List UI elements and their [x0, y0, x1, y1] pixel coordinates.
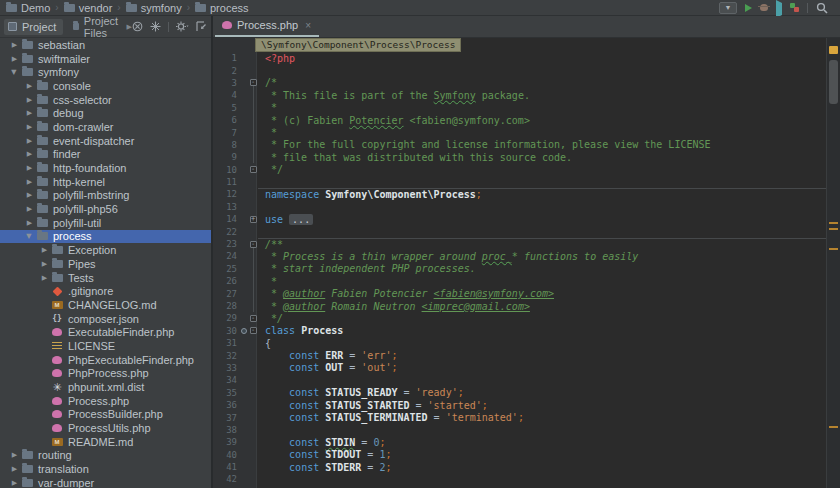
php-file-icon	[51, 396, 63, 406]
tree-item[interactable]: ▶Exception	[0, 243, 211, 257]
locate-button[interactable]	[150, 21, 161, 32]
warning-stripe-mark[interactable]	[829, 228, 838, 230]
tree-item[interactable]: ▶translation	[0, 462, 211, 476]
tree-item[interactable]: ▶http-foundation	[0, 161, 211, 175]
code-text: *	[258, 127, 277, 138]
warning-stripe-mark[interactable]	[829, 426, 838, 428]
collapse-arrow-icon[interactable]: ▶	[10, 68, 18, 77]
warning-stripe-mark[interactable]	[829, 248, 838, 250]
collapse-all-button[interactable]	[132, 21, 143, 32]
expand-arrow-icon[interactable]: ▶	[25, 164, 34, 172]
hide-button[interactable]	[196, 21, 207, 32]
close-icon[interactable]: ×	[305, 20, 311, 31]
window-list-dropdown[interactable]: ▼	[719, 1, 737, 15]
run-button[interactable]	[745, 1, 752, 15]
tree-item[interactable]: ▶finder	[0, 148, 211, 162]
tree-item[interactable]: ▶polyfill-mbstring	[0, 189, 211, 203]
tree-item[interactable]: ▶var-dumper	[0, 476, 211, 488]
tab-project[interactable]: Project	[4, 19, 63, 35]
breadcrumb-item[interactable]: Demo	[6, 2, 50, 14]
breadcrumb-item[interactable]: vendor	[64, 2, 113, 14]
expand-arrow-icon[interactable]: ▶	[25, 150, 34, 158]
profiler-button[interactable]	[790, 1, 799, 15]
search-button[interactable]	[816, 1, 828, 15]
settings-button[interactable]	[176, 21, 189, 32]
expand-arrow-icon[interactable]: ▶	[25, 82, 34, 90]
debug-button[interactable]	[760, 1, 768, 15]
expand-arrow-icon[interactable]: ▶	[40, 246, 49, 254]
fold-collapse-icon[interactable]: -	[248, 79, 258, 86]
expand-arrow-icon[interactable]: ▶	[25, 205, 34, 213]
inspection-indicator[interactable]	[829, 46, 838, 54]
tree-item[interactable]: ▶symfony	[0, 65, 211, 79]
expand-arrow-icon[interactable]: ▶	[40, 260, 49, 268]
expand-arrow-icon[interactable]: ▶	[25, 123, 34, 131]
tab-project-files[interactable]: Project Files ▶	[73, 15, 132, 39]
scrollbar-thumb[interactable]	[829, 60, 838, 104]
tree-item[interactable]: ▶polyfill-php56	[0, 202, 211, 216]
tree-item[interactable]: ▶Process.php	[0, 394, 211, 408]
fold-collapse-icon[interactable]: -	[248, 166, 258, 173]
tree-item[interactable]: ▶swiftmailer	[0, 52, 211, 66]
tree-item[interactable]: ▶ProcessBuilder.php	[0, 408, 211, 422]
code-text: const STDERR = 2;	[258, 462, 391, 473]
tree-item[interactable]: ▶PhpExecutableFinder.php	[0, 353, 211, 367]
tree-item[interactable]: ▶PhpProcess.php	[0, 367, 211, 381]
expand-arrow-icon[interactable]: ▶	[10, 479, 19, 487]
tree-item-label: PhpProcess.php	[68, 367, 149, 379]
tree-item-label: sebastian	[38, 39, 85, 51]
tree-item-label: ExecutableFinder.php	[68, 326, 174, 338]
tree-item[interactable]: ▶{}composer.json	[0, 312, 211, 326]
project-icon	[8, 22, 17, 31]
folded-code-placeholder[interactable]: ...	[289, 214, 313, 225]
expand-arrow-icon[interactable]: ▶	[25, 109, 34, 117]
tree-item[interactable]: ▶dom-crawler	[0, 120, 211, 134]
tab-process-php[interactable]: Process.php ×	[215, 15, 319, 37]
expand-arrow-icon[interactable]: ▶	[10, 41, 19, 49]
tree-item[interactable]: ▶Tests	[0, 271, 211, 285]
code-line: 3-/*	[213, 77, 826, 89]
breadcrumb-item[interactable]: process	[195, 2, 249, 14]
tree-item[interactable]: ▶polyfill-util	[0, 216, 211, 230]
tree-item[interactable]: ▶Pipes	[0, 257, 211, 271]
tree-item[interactable]: ▶MREADME.md	[0, 435, 211, 449]
tree-item[interactable]: ▶debug	[0, 106, 211, 120]
tree-item[interactable]: ▶event-dispatcher	[0, 134, 211, 148]
expand-arrow-icon[interactable]: ▶	[10, 55, 19, 63]
expand-arrow-icon[interactable]: ▶	[10, 465, 19, 473]
class-gutter-icon[interactable]	[239, 328, 248, 334]
folder-icon	[51, 259, 63, 269]
warning-stripe-mark[interactable]	[829, 222, 838, 224]
expand-arrow-icon[interactable]: ▶	[25, 137, 34, 145]
expand-arrow-icon[interactable]: ▶	[25, 191, 34, 199]
fold-collapse-icon[interactable]: -	[248, 327, 258, 334]
fold-expand-icon[interactable]: +	[248, 216, 258, 223]
expand-arrow-icon[interactable]: ▶	[40, 274, 49, 282]
tree-item[interactable]: ▶http-kernel	[0, 175, 211, 189]
expand-arrow-icon[interactable]: ▶	[10, 451, 19, 459]
tree-item[interactable]: ▶MCHANGELOG.md	[0, 298, 211, 312]
code-line: 4 * This file is part of the Symfony pac…	[213, 89, 826, 101]
tree-item[interactable]: ▶console	[0, 79, 211, 93]
tree-item[interactable]: ▶.gitignore	[0, 284, 211, 298]
fold-collapse-icon[interactable]: -	[248, 315, 258, 322]
php-file-icon	[51, 327, 63, 337]
tree-item-label: console	[53, 80, 91, 92]
breadcrumb-item[interactable]: symfony	[126, 2, 182, 14]
tree-item[interactable]: ▶routing	[0, 449, 211, 463]
fold-collapse-icon[interactable]: -	[248, 241, 258, 248]
tree-item[interactable]: ▶ProcessUtils.php	[0, 421, 211, 435]
editor-body[interactable]: \Symfony\Component\Process\Process 1<?ph…	[213, 38, 840, 488]
error-stripe-scrollbar[interactable]	[826, 38, 840, 488]
tree-item[interactable]: ▶sebastian	[0, 38, 211, 52]
coverage-button[interactable]	[776, 1, 782, 15]
collapse-arrow-icon[interactable]: ▶	[25, 232, 33, 241]
expand-arrow-icon[interactable]: ▶	[25, 96, 34, 104]
tree-item[interactable]: ▶LICENSE	[0, 339, 211, 353]
tree-item[interactable]: ▶✳phpunit.xml.dist	[0, 380, 211, 394]
tree-item[interactable]: ▶ExecutableFinder.php	[0, 325, 211, 339]
expand-arrow-icon[interactable]: ▶	[25, 219, 34, 227]
tree-item[interactable]: ▶process	[0, 230, 211, 244]
expand-arrow-icon[interactable]: ▶	[25, 178, 34, 186]
tree-item[interactable]: ▶css-selector	[0, 93, 211, 107]
